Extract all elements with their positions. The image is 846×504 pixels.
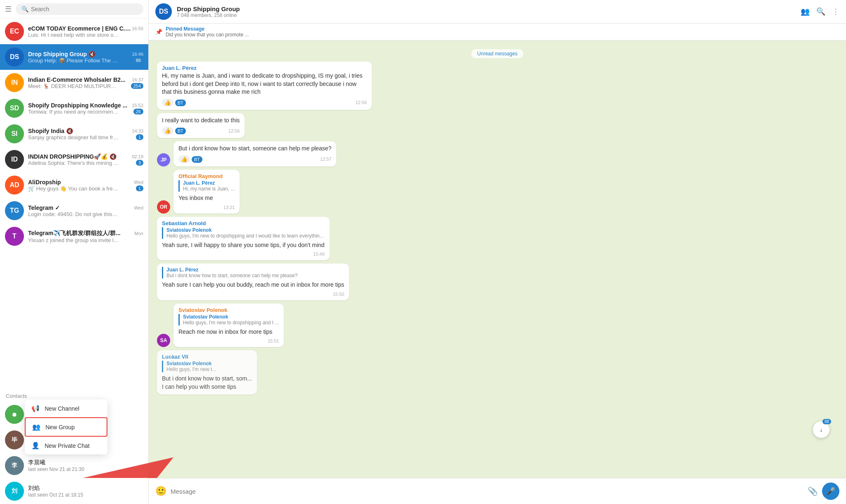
chat-name: Indian E-Commerce Wholsaler B2... bbox=[28, 76, 126, 83]
message-avatar: SA bbox=[157, 334, 170, 347]
message-bubble: Lucàaz VII Sviatoslav Polenok Hello guys… bbox=[157, 350, 257, 394]
chat-name-row: INDIAN DROPSHIPPING🚀💰 🔇 02:19 bbox=[28, 153, 143, 160]
chat-time: Wed bbox=[134, 205, 143, 210]
chat-input-area: 🙂 📎 🎤 bbox=[149, 478, 846, 504]
chat-badge: 1 bbox=[136, 185, 143, 191]
chat-preview-row: Login code: 49450. Do not give this code… bbox=[28, 211, 143, 217]
message-text: Yes inbox me bbox=[178, 194, 235, 202]
message-text-2: I can help you with some tips bbox=[162, 383, 252, 391]
more-icon[interactable]: ⋮ bbox=[832, 7, 839, 16]
message-text: But i dont know how to start, som... bbox=[162, 375, 252, 383]
chat-list-item-ecom[interactable]: EC eCOM TODAY Ecommerce | ENG C... 🔇 16:… bbox=[0, 19, 148, 44]
chat-header-members: 7 048 members, 258 online bbox=[177, 12, 796, 18]
contact-info: 刘焰 last seen Oct 21 at 18:15 bbox=[28, 485, 83, 498]
chat-list-item-shopify-india[interactable]: SI Shopify India 🔇 14:33 Sanjay graphics… bbox=[0, 121, 148, 147]
search-chat-icon[interactable]: 🔍 bbox=[816, 7, 825, 16]
chat-header: DS Drop Shipping Group 7 048 members, 25… bbox=[149, 0, 846, 24]
chat-time: 02:19 bbox=[132, 154, 143, 159]
mic-button[interactable]: 🎤 bbox=[822, 483, 839, 500]
context-menu-item-new-private[interactable]: 👤 New Private Chat bbox=[25, 437, 107, 454]
message-reply: Sviatoslav Polenok Hello guys, I'm new t… bbox=[162, 361, 252, 372]
reply-text: Hi, my name is Juan, ... bbox=[183, 186, 235, 192]
chat-time: 14:33 bbox=[132, 128, 143, 133]
context-menu-label: New Group bbox=[45, 424, 75, 430]
sidebar-header: ☰ 🔍 bbox=[0, 0, 148, 19]
context-menu-label: New Private Chat bbox=[45, 442, 90, 449]
members-icon[interactable]: 👥 bbox=[801, 7, 810, 16]
chat-list-item-indian[interactable]: IN Indian E-Commerce Wholsaler B2... 16:… bbox=[0, 70, 148, 95]
reply-name: Sviatoslav Polenok bbox=[183, 314, 279, 320]
chat-name-row: Shopify India 🔇 14:33 bbox=[28, 128, 143, 134]
chat-avatar: T bbox=[5, 227, 24, 246]
search-icon: 🔍 bbox=[21, 6, 29, 12]
chat-name: Shopify Dropshipping Knowledge ... bbox=[28, 102, 127, 109]
message-input[interactable] bbox=[171, 488, 803, 495]
search-input[interactable] bbox=[31, 6, 138, 12]
message-group: Lucàaz VII Sviatoslav Polenok Hello guys… bbox=[157, 350, 838, 394]
message-time: 12:57 bbox=[320, 157, 332, 162]
chat-avatar: DS bbox=[5, 48, 24, 67]
chat-preview-row: Tomiwa: If you need any recommenda... 26 bbox=[28, 109, 143, 115]
chat-list-item-dropshipping[interactable]: DS Drop Shipping Group 🔇 16:46 Group Hel… bbox=[0, 44, 148, 70]
menu-icon[interactable]: ☰ bbox=[5, 5, 12, 14]
contact-info: 李晨曦 last seen Nov 21 at 21:30 bbox=[28, 459, 84, 472]
main-chat: DS Drop Shipping Group 7 048 members, 25… bbox=[149, 0, 846, 504]
messages-area: Unread messages Juan L. Pérez Hi, my nam… bbox=[149, 40, 846, 478]
contact-avatar: 毕 bbox=[5, 430, 24, 449]
chat-name: AliDropship bbox=[28, 179, 61, 185]
contact-item-contact4[interactable]: 刘 刘焰 last seen Oct 21 at 18:15 bbox=[0, 478, 148, 504]
message-group: SA Sviatoslav Polenok Sviatoslav Polenok… bbox=[157, 304, 838, 347]
chat-info: Indian E-Commerce Wholsaler B2... 16:37 … bbox=[28, 76, 143, 89]
chat-name: Drop Shipping Group 🔇 bbox=[28, 51, 95, 57]
reply-name: Sviatoslav Polenok bbox=[166, 227, 325, 233]
contact-name: 李晨曦 bbox=[28, 459, 84, 466]
message-text: Reach me now in inbox for more tips bbox=[178, 328, 279, 336]
attach-button[interactable]: 📎 bbox=[808, 486, 818, 496]
pinned-message-bar[interactable]: 📌 Pinned Message Did you know that you c… bbox=[149, 24, 846, 40]
message-bubble: But i dont know how to start, someone ca… bbox=[173, 141, 336, 166]
chat-preview-row: Yixuan z joined the group via invite lin… bbox=[28, 237, 143, 243]
chat-info: Shopify India 🔇 14:33 Sanjay graphics de… bbox=[28, 128, 143, 140]
message-group: JP But i dont know how to start, someone… bbox=[157, 141, 838, 166]
chat-list-item-shopify-drop[interactable]: SD Shopify Dropshipping Knowledge ... 15… bbox=[0, 95, 148, 121]
contact-avatar: 刘 bbox=[5, 482, 24, 501]
chat-preview: 🛒 Hey guys 👋 You can book a free m... bbox=[28, 185, 119, 192]
chat-list-item-telegram[interactable]: TG Telegram ✓ Wed Login code: 49450. Do … bbox=[0, 198, 148, 223]
chat-info: AliDropship Wed 🛒 Hey guys 👋 You can boo… bbox=[28, 179, 143, 192]
message-reply: Sviatoslav Polenok Hello guys, I'm new t… bbox=[178, 314, 279, 326]
message-group: Juan L. Pérez But i dont know how to sta… bbox=[157, 264, 838, 300]
chat-time: Wed bbox=[134, 180, 143, 185]
message-text: But i dont know how to start, someone ca… bbox=[178, 145, 331, 153]
chat-list: EC eCOM TODAY Ecommerce | ENG C... 🔇 16:… bbox=[0, 19, 148, 389]
chat-name: Telegram ✓ bbox=[28, 204, 60, 211]
context-menu-item-new-channel[interactable]: 📢 New Channel bbox=[25, 399, 107, 417]
chat-preview-row: Sanjay graphics designer full time freel… bbox=[28, 134, 143, 140]
message-sender: Official Raymond bbox=[178, 173, 235, 179]
svg-marker-0 bbox=[83, 457, 173, 478]
context-menu-item-new-group[interactable]: 👥 New Group bbox=[25, 417, 107, 437]
chat-list-item-telegram-fly[interactable]: T Telegram✈️飞机群发/群组拉人/群... Mon Yixuan z … bbox=[0, 223, 148, 249]
chat-info: eCOM TODAY Ecommerce | ENG C... 🔇 16:55 … bbox=[28, 25, 143, 38]
message-group: Sebastian Arnold Sviatoslav Polenok Hell… bbox=[157, 217, 838, 261]
message-reply: Juan L. Pérez But i dont know how to sta… bbox=[162, 267, 344, 278]
message-time: 15:49 bbox=[313, 252, 325, 257]
search-box[interactable]: 🔍 bbox=[16, 3, 143, 15]
contact-avatar: ● bbox=[5, 405, 24, 424]
message-sender: Sviatoslav Polenok bbox=[178, 307, 279, 313]
contact-avatar: 李 bbox=[5, 456, 24, 475]
unread-divider: Unread messages bbox=[157, 50, 838, 57]
contact-status: last seen Oct 21 at 18:15 bbox=[28, 492, 83, 498]
message-reply: Juan L. Pérez Hi, my name is Juan, ... bbox=[178, 180, 235, 192]
chat-list-item-alidropship[interactable]: AD AliDropship Wed 🛒 Hey guys 👋 You can … bbox=[0, 172, 148, 198]
chat-avatar: AD bbox=[5, 176, 24, 195]
chat-header-avatar: DS bbox=[155, 3, 172, 20]
emoji-button[interactable]: 🙂 bbox=[155, 486, 166, 497]
chat-preview: Meet: 🦌 DEER HEAD MULTIPURPOS... bbox=[28, 83, 119, 89]
chat-name: Shopify India 🔇 bbox=[28, 128, 73, 134]
message-avatar: OR bbox=[157, 200, 170, 214]
message-time: 15:50 bbox=[333, 292, 345, 297]
chat-preview: Luis: Hi I need help with one store onli… bbox=[28, 32, 119, 38]
pinned-text: Did you know that you can promote ... bbox=[166, 32, 249, 38]
chat-time: 15:52 bbox=[132, 103, 143, 108]
chat-list-item-indian-drop[interactable]: ID INDIAN DROPSHIPPING🚀💰 🔇 02:19 Adelina… bbox=[0, 147, 148, 172]
